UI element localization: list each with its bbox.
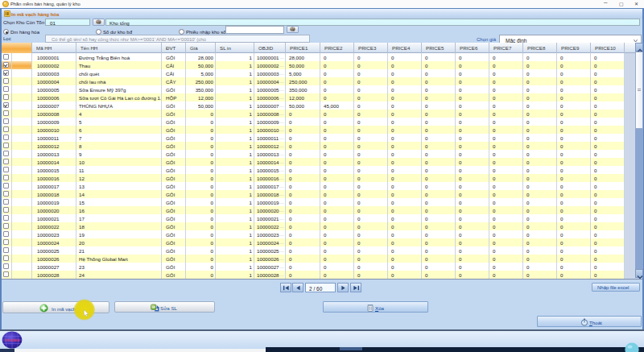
svg-text:interdata: interdata [5,338,19,342]
